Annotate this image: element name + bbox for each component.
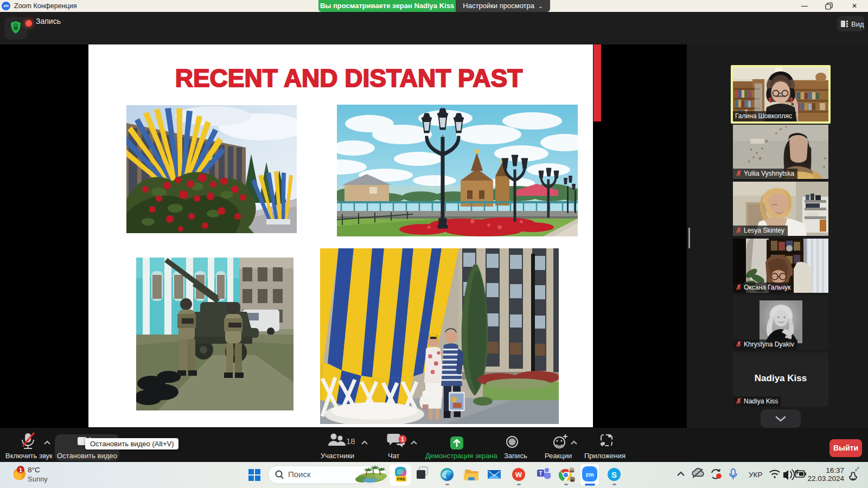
- svg-text:8°C: 8°C: [28, 466, 40, 474]
- svg-text:Поиск: Поиск: [288, 470, 311, 479]
- svg-text:Вид: Вид: [851, 20, 864, 28]
- svg-text:16:37: 16:37: [826, 466, 844, 474]
- svg-text:W: W: [515, 471, 522, 479]
- svg-text:Sunny: Sunny: [28, 475, 48, 483]
- svg-text:zm: zm: [585, 471, 594, 478]
- svg-text:22.03.2024: 22.03.2024: [807, 474, 844, 483]
- svg-text:18: 18: [346, 436, 355, 446]
- svg-text:T: T: [539, 471, 542, 477]
- svg-text:1: 1: [19, 467, 22, 473]
- svg-text:z: z: [857, 466, 859, 470]
- svg-text:S: S: [611, 470, 617, 479]
- svg-text:PRE: PRE: [397, 477, 405, 481]
- svg-text:УКР: УКР: [749, 471, 762, 479]
- svg-text:1: 1: [401, 436, 404, 442]
